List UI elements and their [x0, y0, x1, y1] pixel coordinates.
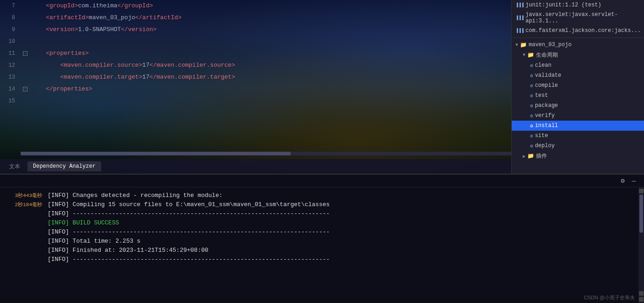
code-line-13: 13 <maven.compiler.target>17</maven.comp…: [0, 71, 511, 83]
gear-icon-clean: ⚙: [530, 63, 533, 69]
scrollbar-thumb[interactable]: [639, 195, 643, 233]
terminal-body: 3秒443毫秒 2秒184毫秒 [INFO] Changes detected …: [0, 187, 644, 303]
code-editor: 7 <groupId>com.itheima</groupId> 8 <arti…: [0, 0, 511, 107]
editor-panel: 7 <groupId>com.itheima</groupId> 8 <arti…: [0, 0, 511, 174]
code-line-12: 12 <maven.compiler.source>17</maven.comp…: [0, 59, 511, 71]
dependency-junit[interactable]: ▐▐▐ junit:junit:1.12 (test): [512, 0, 644, 10]
code-content-11: <properties>: [30, 48, 511, 59]
lifecycle-label: 生命周期: [536, 51, 558, 59]
terminal-scrollbar[interactable]: [639, 187, 644, 303]
terminal-line-6: [INFO] Total time: 2.253 s: [46, 237, 639, 246]
lifecycle-item-package[interactable]: ⚙ package: [512, 101, 644, 111]
scrollbar-track[interactable]: [639, 195, 643, 290]
scrollbar-down-btn-1[interactable]: [639, 291, 644, 296]
minimize-icon[interactable]: —: [630, 176, 638, 186]
lifecycle-install-label: install: [535, 122, 558, 129]
tab-dependency-analyzer[interactable]: Dependency Analyzer: [27, 161, 101, 171]
lifecycle-deploy-label: deploy: [535, 143, 555, 149]
lifecycle-expand-icon: ▼: [523, 53, 525, 58]
maven-sidebar: ▐▐▐ junit:junit:1.12 (test) ▐▐▐ javax.se…: [511, 0, 644, 174]
plugins-label: 插件: [536, 152, 547, 160]
line-number-10: 10: [0, 36, 21, 48]
code-content-12: <maven.compiler.source>17</maven.compile…: [30, 59, 511, 71]
lifecycle-item-deploy[interactable]: ⚙ deploy: [512, 141, 644, 151]
lifecycle-validate-label: validate: [535, 72, 562, 79]
gear-icon-compile: ⚙: [530, 83, 533, 89]
bar-chart-icon-3: ▐▐▐: [515, 28, 524, 33]
gear-icon-deploy: ⚙: [530, 143, 533, 149]
terminal-toolbar: ⚙ —: [619, 176, 638, 186]
project-folder-icon: 📁: [520, 42, 527, 48]
gutter-11: −: [21, 51, 30, 56]
project-expand-icon: ▼: [515, 43, 518, 48]
fold-marker-14[interactable]: −: [23, 87, 27, 91]
terminal-panel: ⚙ — 3秒443毫秒 2秒184毫秒 [INFO] Changes detec…: [0, 174, 644, 303]
scrollbar-up-btn[interactable]: [639, 189, 644, 193]
terminal-line-7: [INFO] Finished at: 2023-11-21T15:45:29+…: [46, 246, 639, 255]
lifecycle-item-compile[interactable]: ⚙ compile: [512, 80, 644, 90]
gear-icon-install: ⚙: [530, 123, 533, 129]
code-content-14: </properties>: [30, 83, 511, 95]
lifecycle-section-header[interactable]: ▼ 📁 生命周期: [512, 50, 644, 60]
terminal-gutter: 3秒443毫秒 2秒184毫秒: [0, 187, 46, 303]
line-number-13: 13: [0, 71, 21, 83]
code-content-8: <artifactId>maven_03_pojo</artifactId>: [30, 12, 511, 24]
gear-icon-site: ⚙: [530, 133, 533, 139]
plugins-section-header[interactable]: ▶ 📁 插件: [512, 151, 644, 161]
lifecycle-item-test[interactable]: ⚙ test: [512, 90, 644, 101]
dependency-servlet-label: javax.servlet:javax.servlet-api:3.1...: [525, 11, 640, 24]
lifecycle-item-validate[interactable]: ⚙ validate: [512, 70, 644, 80]
code-line-10: 10: [0, 36, 511, 48]
terminal-line-2: [INFO] Compiling 15 source files to E:\m…: [46, 200, 639, 209]
watermark: CSDN @小黑子史蒂夫: [584, 294, 635, 301]
fold-marker-11[interactable]: −: [23, 51, 27, 56]
gutter-14: −: [21, 87, 30, 91]
main-area: 7 <groupId>com.itheima</groupId> 8 <arti…: [0, 0, 644, 174]
dependency-jackson-label: com.fasterxml.jackson.core:jacks...: [525, 27, 641, 34]
terminal-line-4: [INFO] BUILD SUCCESS: [46, 218, 639, 228]
lifecycle-folder-icon: 📁: [527, 52, 534, 58]
bar-chart-icon-2: ▐▐▐: [515, 16, 524, 21]
dependency-junit-label: junit:junit:1.12 (test): [525, 2, 601, 8]
gear-icon-test: ⚙: [530, 93, 533, 99]
plugins-folder-icon: 📁: [527, 153, 534, 159]
lifecycle-item-clean[interactable]: ⚙ clean: [512, 60, 644, 70]
terminal-line-8: [INFO] ---------------------------------…: [46, 255, 639, 264]
terminal-header: ⚙ —: [0, 175, 644, 187]
lifecycle-compile-label: compile: [535, 82, 558, 89]
dependency-list: ▐▐▐ junit:junit:1.12 (test) ▐▐▐ javax.se…: [512, 0, 644, 38]
code-content-13: <maven.compiler.target>17</maven.compile…: [30, 71, 511, 83]
project-section: ▼ 📁 maven_03_pojo ▼ 📁 生命周期 ⚙ clean ⚙ val…: [512, 39, 644, 162]
code-line-15: 15: [0, 95, 511, 107]
tab-text[interactable]: 文本: [4, 161, 26, 172]
lifecycle-test-label: test: [535, 92, 548, 99]
line-number-7: 7: [0, 0, 21, 12]
code-line-9: 9 <version>1.0-SNAPSHOT</version>: [0, 24, 511, 36]
editor-scrollbar-thumb[interactable]: [21, 152, 291, 155]
line-number-11: 11: [0, 48, 21, 59]
scrollbar-down-btn-2[interactable]: [639, 297, 644, 302]
bar-chart-icon-1: ▐▐▐: [515, 3, 524, 8]
editor-scrollbar[interactable]: [21, 152, 511, 155]
code-line-11: 11 − <properties>: [0, 48, 511, 59]
project-root[interactable]: ▼ 📁 maven_03_pojo: [512, 40, 644, 50]
lifecycle-item-site[interactable]: ⚙ site: [512, 131, 644, 141]
dependency-jackson[interactable]: ▐▐▐ com.fasterxml.jackson.core:jacks...: [512, 26, 644, 36]
line-number-9: 9: [0, 24, 21, 36]
plugins-expand-icon: ▶: [523, 154, 525, 159]
lifecycle-clean-label: clean: [535, 62, 552, 69]
lifecycle-item-install[interactable]: ⚙ install: [512, 121, 644, 131]
lifecycle-item-verify[interactable]: ⚙ verify: [512, 111, 644, 121]
editor-tabs: 文本 Dependency Analyzer: [0, 159, 511, 174]
code-line-8: 8 <artifactId>maven_03_pojo</artifactId>: [0, 12, 511, 24]
dependency-servlet[interactable]: ▐▐▐ javax.servlet:javax.servlet-api:3.1.…: [512, 10, 644, 26]
lifecycle-verify-label: verify: [535, 112, 555, 119]
settings-icon[interactable]: ⚙: [619, 176, 626, 186]
line-number-14: 14: [0, 83, 21, 95]
timestamp-1: 3秒443毫秒: [2, 191, 42, 200]
code-content-7: <groupId>com.itheima</groupId>: [30, 0, 511, 12]
terminal-line-1: [INFO] Changes detected - recompiling th…: [46, 191, 639, 200]
terminal-output[interactable]: [INFO] Changes detected - recompiling th…: [46, 187, 639, 303]
terminal-line-5: [INFO] ---------------------------------…: [46, 228, 639, 237]
line-number-12: 12: [0, 59, 21, 71]
